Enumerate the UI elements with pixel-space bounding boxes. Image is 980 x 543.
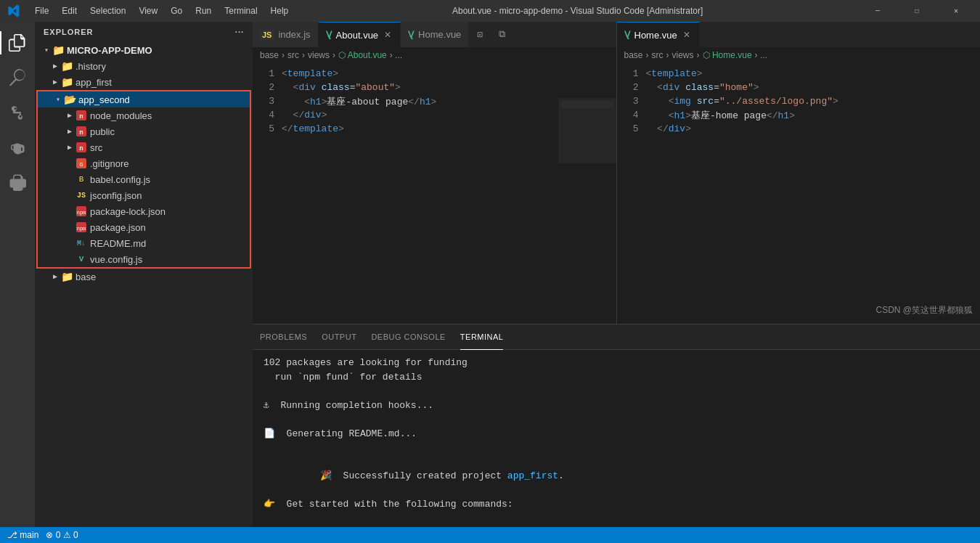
left-code-line-2: 2 <div class="about"> [253, 81, 616, 94]
gitignore-icon: G [75, 158, 87, 169]
right-code-line-1: 1 <template> [617, 67, 981, 81]
tree-item-package-lock[interactable]: npm package-lock.json [38, 203, 250, 219]
tree-item-node-modules[interactable]: ▶ n node_modules [38, 107, 250, 123]
vue-config-icon: V [75, 253, 87, 265]
debug-icon[interactable] [0, 130, 35, 165]
panel-tab-bar: PROBLEMS OUTPUT DEBUG CONSOLE TERMINAL [253, 324, 980, 350]
app-second-folder-icon: 📂 [64, 94, 75, 105]
svg-text:npm: npm [77, 210, 86, 216]
tab-home-vue-right[interactable]: V̨ Home.vue ✕ [617, 22, 700, 47]
tree-item-app-first[interactable]: ▶ 📁 app_first [35, 74, 253, 90]
public-icon: n [75, 126, 87, 137]
base-folder-icon: 📁 [61, 271, 73, 282]
term-line-1: 102 packages are looking for funding [264, 356, 969, 370]
explorer-icon[interactable] [0, 25, 35, 60]
home-vue-right-close-icon[interactable]: ✕ [682, 28, 692, 41]
right-code-line-2: 2 <div class="home"> [617, 81, 981, 94]
gitignore-label: .gitignore [90, 158, 128, 169]
tab-about-vue[interactable]: V̨ About.vue ✕ [319, 22, 401, 47]
title-bar: File Edit Selection View Go Run Terminal… [0, 0, 980, 22]
tree-item-readme[interactable]: M↓ README.md [38, 235, 250, 251]
app-first-label: app_first [75, 77, 112, 88]
history-arrow-icon: ▶ [49, 60, 61, 72]
js-tab-icon: JS [260, 30, 274, 40]
src-label: src [90, 142, 102, 153]
tab-about-vue-label: About.vue [336, 30, 379, 41]
menu-go[interactable]: Go [165, 4, 188, 17]
terminal-content[interactable]: 102 packages are looking for funding run… [253, 350, 980, 527]
left-breadcrumb: base › src › views › ⬡ About.vue › ... [253, 47, 616, 63]
tree-item-package[interactable]: npm package.json [38, 219, 250, 235]
tree-item-base[interactable]: ▶ 📁 base [35, 269, 253, 285]
tree-root[interactable]: ▾ 📁 MICRO-APP-DEMO [35, 42, 253, 58]
maximize-button[interactable]: ☐ [900, 0, 934, 22]
editor-panel-area: JS index.js V̨ About.vue ✕ V̨ Home.vue ⊡… [253, 22, 980, 527]
node-modules-arrow-icon: ▶ [64, 110, 75, 121]
menu-terminal[interactable]: Terminal [219, 4, 263, 17]
base-label: base [75, 272, 96, 282]
status-branch[interactable]: ⎇ main [7, 530, 38, 540]
search-activity-icon[interactable] [0, 60, 35, 95]
root-arrow-icon: ▾ [41, 44, 52, 56]
term-blank-1 [264, 384, 969, 399]
panel-tab-terminal[interactable]: TERMINAL [460, 324, 504, 350]
tree-item-vue-config[interactable]: V vue.config.js [38, 251, 250, 267]
term-line-2: run `npm fund` for details [264, 370, 969, 385]
close-button[interactable]: ✕ [939, 0, 973, 22]
term-line-success: 🎉 Successfully created project app_first… [264, 455, 969, 498]
tab-bars-row: JS index.js V̨ About.vue ✕ V̨ Home.vue ⊡… [253, 22, 980, 47]
panel-tab-problems[interactable]: PROBLEMS [260, 324, 307, 350]
vue-about-tab-icon: V̨ [326, 30, 332, 40]
menu-file[interactable]: File [29, 4, 54, 17]
public-arrow-icon: ▶ [64, 126, 75, 137]
app-first-folder-icon: 📁 [61, 76, 73, 88]
tree-item-src[interactable]: ▶ n src [38, 139, 250, 155]
tree-item-babel[interactable]: B babel.config.js [38, 171, 250, 187]
panel-area: PROBLEMS OUTPUT DEBUG CONSOLE TERMINAL 1… [253, 324, 980, 527]
history-folder-icon: 📁 [61, 60, 73, 72]
svg-text:n: n [79, 145, 83, 152]
menu-edit[interactable]: Edit [56, 4, 83, 17]
tree-item-jsconfig[interactable]: JS jsconfig.json [38, 187, 250, 203]
activity-bar [0, 22, 35, 527]
left-editor: base › src › views › ⬡ About.vue › ... 1 [253, 47, 616, 324]
base-arrow-icon: ▶ [49, 271, 61, 282]
term-blank-4 [264, 512, 969, 526]
menu-selection[interactable]: Selection [84, 4, 131, 17]
tab-overflow-button[interactable]: ⊡ [469, 22, 491, 47]
right-code-line-4: 4 <h1>基座-home page</h1> [617, 108, 981, 122]
term-line-anchor: ⚓ Running completion hooks... [264, 399, 969, 413]
menu-bar: File Edit Selection View Go Run Terminal… [29, 4, 294, 17]
right-tab-bar: V̨ Home.vue ✕ [617, 22, 981, 47]
history-label: .history [75, 61, 106, 72]
menu-view[interactable]: View [133, 4, 163, 17]
tree-item-app-second[interactable]: ▾ 📂 app_second [38, 91, 250, 107]
minimize-button[interactable]: ─ [861, 0, 894, 22]
extensions-icon[interactable] [0, 165, 35, 200]
public-label: public [90, 126, 115, 137]
window-title: About.vue - micro-app-demo - Visual Stud… [294, 6, 861, 16]
menu-run[interactable]: Run [189, 4, 217, 17]
sidebar-more-button[interactable]: ··· [235, 28, 244, 36]
tab-index-js[interactable]: JS index.js [253, 22, 319, 47]
source-control-icon[interactable] [0, 95, 35, 130]
src-icon: n [75, 142, 87, 153]
menu-help[interactable]: Help [265, 4, 295, 17]
package-lock-icon: npm [75, 205, 87, 217]
about-vue-close-icon[interactable]: ✕ [383, 28, 393, 41]
tab-home-vue-left[interactable]: V̨ Home.vue [401, 22, 469, 47]
panel-tab-debug-console[interactable]: DEBUG CONSOLE [371, 324, 445, 350]
left-code-line-1: 1 <template> [253, 67, 616, 81]
explorer-header: EXPLORER ··· [35, 22, 253, 42]
status-errors: ⊗ 0 ⚠ 0 [46, 530, 78, 540]
panel-tab-output[interactable]: OUTPUT [322, 324, 356, 350]
term-blank-3 [264, 441, 969, 455]
babel-label: babel.config.js [90, 174, 150, 185]
tree-item-history[interactable]: ▶ 📁 .history [35, 58, 253, 74]
tree-item-public[interactable]: ▶ n public [38, 123, 250, 139]
tree-item-gitignore[interactable]: G .gitignore [38, 155, 250, 171]
right-editor: base › src › views › ⬡ Home.vue › ... 1 … [616, 47, 981, 324]
title-bar-left: File Edit Selection View Go Run Terminal… [7, 4, 294, 17]
tab-split-button[interactable]: ⧉ [491, 22, 513, 47]
app-first-arrow-icon: ▶ [49, 76, 61, 88]
